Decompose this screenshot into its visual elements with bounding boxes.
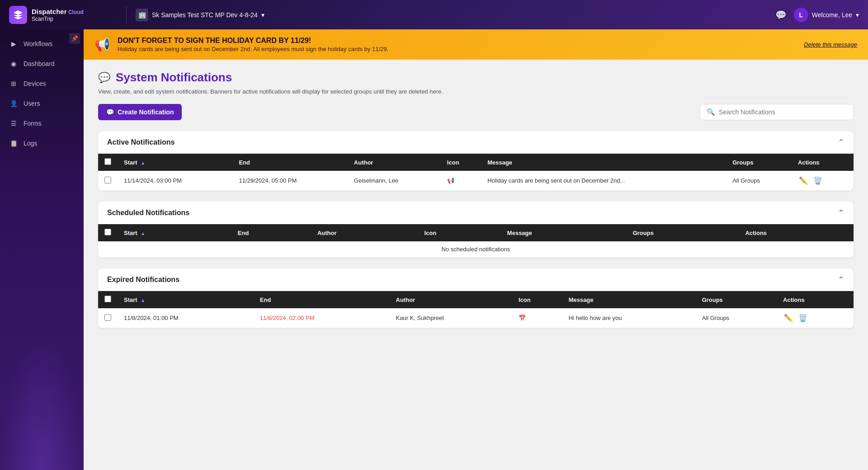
scheduled-groups-header: Groups [627, 224, 739, 241]
scheduled-end-header: End [231, 224, 311, 241]
expired-notifications-table: Start ▲ End Author Icon Message Groups A… [98, 291, 854, 328]
chat-icon[interactable]: 💬 [775, 9, 787, 20]
active-row1-start: 11/14/2024, 03:00 PM [118, 171, 232, 191]
no-scheduled-data: No scheduled notifications [98, 241, 854, 258]
page-title: System Notifications [116, 70, 232, 85]
active-row1-message: Holiday cards are being sent out on Dece… [481, 171, 726, 191]
active-row1-end: 11/29/2024, 05:00 PM [232, 171, 347, 191]
active-row1-checkbox-cell [98, 171, 118, 191]
banner-delete-button[interactable]: Delete this message [804, 41, 857, 48]
sidebar-item-users[interactable]: 👤 Users [0, 94, 84, 113]
expired-notifications-card: Expired Notifications ⌃ Start ▲ End Auth… [98, 268, 854, 328]
active-groups-header: Groups [726, 154, 792, 171]
logo-dispatcher: Dispatcher [32, 8, 67, 15]
page-content: 💬 System Notifications View, create, and… [84, 60, 868, 470]
expired-select-all-checkbox[interactable] [104, 296, 111, 302]
pin-button[interactable]: 📌 [69, 33, 80, 44]
active-select-all-checkbox[interactable] [104, 158, 111, 165]
org-dropdown-icon: ▾ [261, 11, 264, 19]
page-subtitle: View, create, and edit system notificati… [98, 88, 854, 95]
scheduled-select-all-header [98, 224, 118, 241]
scheduled-notifications-collapse[interactable]: ⌃ [838, 208, 844, 218]
active-select-all-header [98, 154, 118, 171]
sidebar-label-workflows: Workflows [24, 40, 52, 47]
expired-groups-header: Groups [696, 291, 777, 308]
active-row1-actions: ✏️ 🗑️ [792, 171, 854, 191]
user-menu[interactable]: L Welcome, Lee ▾ [794, 8, 859, 22]
expired-row1-start: 11/8/2024, 01:00 PM [118, 308, 254, 328]
sidebar-item-forms[interactable]: ☰ Forms [0, 113, 84, 133]
active-notifications-title: Active Notifications [107, 138, 175, 146]
sidebar-label-logs: Logs [24, 140, 37, 147]
active-actions-header: Actions [792, 154, 854, 171]
search-input[interactable] [719, 108, 847, 116]
devices-icon: ⊞ [9, 79, 18, 88]
active-message-header: Message [481, 154, 726, 171]
expired-notifications-collapse[interactable]: ⌃ [838, 275, 844, 285]
page-header: 💬 System Notifications [98, 70, 854, 85]
expired-row1-end: 11/8/2024, 02:00 PM [254, 308, 390, 328]
expired-row1-edit-button[interactable]: ✏️ [783, 313, 794, 323]
expired-row1-icon: 📅 [512, 308, 562, 328]
expired-row1-message: Hi hello how are you [562, 308, 696, 328]
scheduled-author-header: Author [311, 224, 418, 241]
scheduled-notifications-table: Start ▲ End Author Icon Message Groups A… [98, 224, 854, 258]
user-dropdown-icon: ▾ [856, 11, 859, 19]
logo: Dispatcher Cloud ScanTrip [9, 6, 127, 24]
banner-title: DON'T FORGET TO SIGN THE HOLIDAY CARD BY… [118, 37, 797, 45]
expired-select-all-header [98, 291, 118, 308]
active-row1-checkbox[interactable] [104, 177, 111, 183]
create-btn-label: Create Notification [118, 108, 174, 116]
active-row1-groups: All Groups [726, 171, 792, 191]
banner-subtitle: Holiday cards are being sent out on Dece… [118, 46, 797, 52]
sort-up-icon-2: ▲ [141, 231, 145, 236]
org-icon: 🏢 [136, 9, 148, 21]
scheduled-message-header: Message [501, 224, 627, 241]
expired-row1-delete-button[interactable]: 🗑️ [797, 313, 808, 323]
search-icon: 🔍 [707, 108, 715, 116]
active-row1-edit-button[interactable]: ✏️ [798, 175, 809, 186]
scheduled-icon-header: Icon [418, 224, 500, 241]
active-notifications-header: Active Notifications ⌃ [98, 131, 854, 154]
sort-up-icon-3: ▲ [141, 298, 145, 303]
expired-notifications-header: Expired Notifications ⌃ [98, 268, 854, 291]
active-end-header: End [232, 154, 347, 171]
active-notifications-collapse[interactable]: ⌃ [838, 137, 844, 147]
search-box: 🔍 [700, 104, 854, 120]
expired-actions-header: Actions [777, 291, 854, 308]
scheduled-start-header[interactable]: Start ▲ [118, 224, 231, 241]
scheduled-select-all-checkbox[interactable] [104, 229, 111, 235]
topnav-center: 🏢 Sk Samples Test STC MP Dev 4-8-24 ▾ [127, 9, 775, 21]
active-icon-header: Icon [441, 154, 481, 171]
page-title-icon: 💬 [98, 72, 110, 84]
active-start-header[interactable]: Start ▲ [118, 154, 232, 171]
expired-row1-actions: ✏️ 🗑️ [777, 308, 854, 328]
forms-icon: ☰ [9, 119, 18, 128]
table-row: 11/14/2024, 03:00 PM 11/29/2024, 05:00 P… [98, 171, 854, 191]
expired-row1-author: Kaur K, Sukhpreet [390, 308, 513, 328]
table-row: No scheduled notifications [98, 241, 854, 258]
scheduled-notifications-card: Scheduled Notifications ⌃ Start ▲ End Au… [98, 202, 854, 258]
expired-row1-checkbox-cell [98, 308, 118, 328]
top-navigation: Dispatcher Cloud ScanTrip 🏢 Sk Samples T… [0, 0, 868, 29]
expired-row1-checkbox[interactable] [104, 314, 111, 321]
sidebar-label-forms: Forms [24, 120, 42, 127]
toolbar: 💬 Create Notification 🔍 [98, 104, 854, 120]
sidebar-item-logs[interactable]: 📋 Logs [0, 133, 84, 153]
workflows-icon: ▶ [9, 39, 18, 48]
active-row1-delete-button[interactable]: 🗑️ [812, 175, 823, 186]
sidebar-label-devices: Devices [24, 80, 46, 87]
main-content: 📢 DON'T FORGET TO SIGN THE HOLIDAY CARD … [84, 29, 868, 470]
sidebar-item-devices[interactable]: ⊞ Devices [0, 74, 84, 94]
expired-start-header[interactable]: Start ▲ [118, 291, 254, 308]
logo-cloud: Cloud [67, 9, 84, 15]
create-notification-button[interactable]: 💬 Create Notification [98, 104, 182, 120]
dashboard-icon: ◉ [9, 59, 18, 68]
expired-row1-groups: All Groups [696, 308, 777, 328]
expired-icon-header: Icon [512, 291, 562, 308]
org-selector[interactable]: 🏢 Sk Samples Test STC MP Dev 4-8-24 ▾ [136, 9, 264, 21]
scheduled-notifications-title: Scheduled Notifications [107, 209, 189, 217]
active-row1-icon: 📢 [441, 171, 481, 191]
sidebar-item-dashboard[interactable]: ◉ Dashboard [0, 54, 84, 74]
active-notifications-table: Start ▲ End Author Icon Message Groups A… [98, 154, 854, 191]
